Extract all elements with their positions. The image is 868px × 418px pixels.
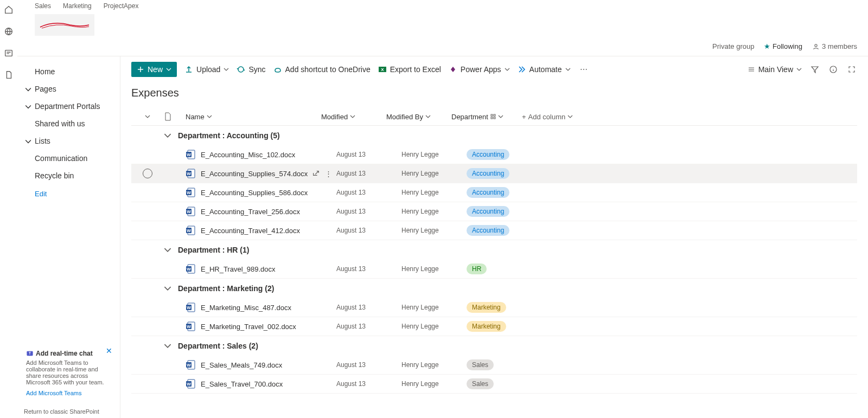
modified-date: August 13 (336, 304, 401, 311)
row-select[interactable] (131, 169, 164, 178)
export-excel-button[interactable]: X Export to Excel (378, 65, 441, 74)
modified-by-column[interactable]: Modified By (386, 113, 451, 121)
svg-text:T: T (29, 351, 31, 355)
modified-date: August 13 (336, 189, 401, 196)
tab-sales[interactable]: Sales (35, 2, 51, 10)
table-row[interactable]: E_Sales_Travel_700.docxAugust 13Henry Le… (131, 375, 857, 394)
name-column[interactable]: Name (186, 113, 321, 121)
modified-date: August 13 (336, 361, 401, 369)
svg-rect-13 (491, 117, 493, 119)
site-logo[interactable] (35, 14, 94, 36)
nav-shared-with-us[interactable]: Shared with us (17, 115, 120, 132)
file-name[interactable]: E_Marketing_Misc_487.docx (201, 304, 309, 312)
promo-title: T Add real-time chat (26, 350, 111, 357)
close-icon[interactable]: ✕ (106, 346, 112, 355)
table-row[interactable]: E_HR_Travel_989.docxAugust 13Henry Legge… (131, 260, 857, 279)
modified-by: Henry Legge (401, 323, 467, 330)
svg-rect-12 (494, 114, 495, 116)
share-icon[interactable] (312, 169, 320, 178)
department-badge: Accounting (467, 225, 537, 236)
view-switcher[interactable]: Main View (748, 65, 802, 74)
main-content: New Upload Sync Add shortcut to O (120, 56, 868, 418)
sync-button[interactable]: Sync (237, 65, 265, 74)
nav-department-portals[interactable]: Department Portals (17, 98, 120, 115)
word-file-icon (186, 379, 195, 389)
home-icon[interactable] (3, 4, 14, 15)
members-count[interactable]: 3 members (812, 42, 857, 50)
upload-button[interactable]: Upload (184, 65, 229, 74)
modified-by: Henry Legge (401, 208, 467, 215)
table-row[interactable]: E_Accounting_Misc_102.docxAugust 13Henry… (131, 145, 857, 164)
return-classic-link[interactable]: Return to classic SharePoint (17, 405, 120, 418)
info-icon[interactable] (828, 64, 839, 75)
word-file-icon (186, 169, 195, 178)
table-row[interactable]: E_Marketing_Misc_487.docxAugust 13Henry … (131, 298, 857, 317)
file-name[interactable]: E_Accounting_Misc_102.docx (201, 151, 309, 159)
tab-marketing[interactable]: Marketing (63, 2, 92, 10)
file-type-column[interactable] (164, 112, 186, 121)
table-row[interactable]: E_Sales_Meals_749.docxAugust 13Henry Leg… (131, 356, 857, 375)
nav-edit-link[interactable]: Edit (17, 184, 120, 202)
more-icon[interactable]: ⋮ (325, 170, 332, 178)
nav-pages[interactable]: Pages (17, 80, 120, 98)
file-name[interactable]: E_Sales_Meals_749.docx (201, 361, 309, 369)
table-row[interactable]: E_Accounting_Supplies_574.docx⋮August 13… (131, 164, 857, 183)
group-header-info: Private group ★ Following 3 members (17, 40, 868, 56)
table-row[interactable]: E_Marketing_Travel_002.docxAugust 13Henr… (131, 317, 857, 336)
nav-recycle-bin[interactable]: Recycle bin (17, 167, 120, 184)
department-badge: Marketing (467, 321, 537, 332)
svg-rect-11 (491, 114, 493, 116)
file-name[interactable]: E_Sales_Travel_700.docx (201, 380, 309, 388)
modified-date: August 13 (336, 170, 401, 177)
expand-icon[interactable] (846, 64, 857, 75)
modified-by: Henry Legge (401, 265, 467, 273)
modified-by: Henry Legge (401, 380, 467, 388)
file-name[interactable]: E_Accounting_Travel_256.docx (201, 208, 309, 216)
tab-projectapex[interactable]: ProjectApex (104, 2, 139, 10)
svg-text:X: X (381, 67, 384, 72)
news-icon[interactable] (3, 48, 14, 59)
file-name[interactable]: E_Accounting_Supplies_574.docx (201, 170, 309, 178)
group-header[interactable]: Department : HR (1) (131, 240, 857, 260)
power-apps-button[interactable]: Power Apps (449, 65, 510, 74)
following-toggle[interactable]: ★ Following (764, 42, 802, 50)
department-badge: Accounting (467, 168, 537, 179)
globe-icon[interactable] (3, 26, 14, 37)
word-file-icon (186, 264, 195, 274)
command-bar: New Upload Sync Add shortcut to O (120, 56, 868, 82)
group-header[interactable]: Department : Accounting (5) (131, 126, 857, 145)
group-header[interactable]: Department : Marketing (2) (131, 279, 857, 298)
word-file-icon (186, 226, 195, 235)
table-row[interactable]: E_Accounting_Travel_256.docxAugust 13Hen… (131, 202, 857, 221)
table-row[interactable]: E_Accounting_Supplies_586.docxAugust 13H… (131, 183, 857, 202)
add-shortcut-button[interactable]: Add shortcut to OneDrive (273, 65, 371, 74)
department-column[interactable]: Department (451, 113, 522, 121)
promo-link[interactable]: Add Microsoft Teams (26, 390, 111, 396)
nav-home[interactable]: Home (17, 63, 120, 80)
word-file-icon (186, 207, 195, 216)
add-column-button[interactable]: + Add column (522, 113, 573, 121)
file-name[interactable]: E_Accounting_Travel_412.docx (201, 227, 309, 235)
files-icon[interactable] (3, 69, 14, 80)
modified-date: August 13 (336, 208, 401, 215)
modified-column[interactable]: Modified (321, 113, 386, 121)
file-name[interactable]: E_Marketing_Travel_002.docx (201, 323, 309, 331)
more-actions-icon[interactable]: ⋯ (578, 64, 589, 75)
file-name[interactable]: E_Accounting_Supplies_586.docx (201, 189, 309, 197)
nav-lists[interactable]: Lists (17, 132, 120, 150)
department-badge: Accounting (467, 187, 537, 198)
automate-button[interactable]: Automate (518, 65, 571, 74)
svg-point-5 (815, 44, 817, 46)
table-row[interactable]: E_Accounting_Travel_412.docxAugust 13Hen… (131, 221, 857, 240)
select-all-column[interactable] (131, 114, 164, 119)
svg-rect-14 (494, 117, 495, 119)
word-file-icon (186, 321, 195, 331)
file-name[interactable]: E_HR_Travel_989.docx (201, 265, 309, 273)
new-button[interactable]: New (131, 62, 177, 77)
nav-communication[interactable]: Communication (17, 150, 120, 167)
department-badge: Accounting (467, 149, 537, 160)
group-header[interactable]: Department : Sales (2) (131, 336, 857, 356)
filter-icon[interactable] (809, 64, 820, 75)
modified-date: August 13 (336, 323, 401, 330)
modified-by: Henry Legge (401, 189, 467, 196)
